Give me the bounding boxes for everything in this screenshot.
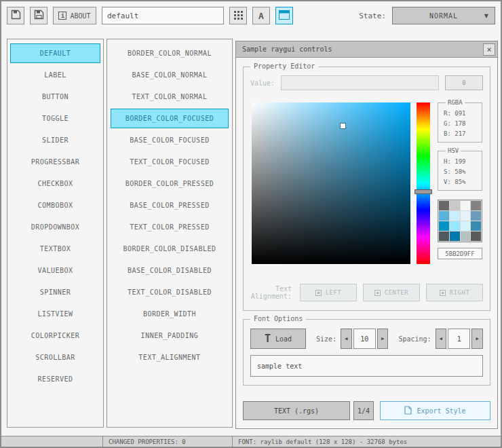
- align-right-button[interactable]: RIGHT: [426, 284, 483, 301]
- control-list-item[interactable]: DROPDOWNBOX: [10, 217, 100, 237]
- color-swatch[interactable]: [450, 221, 460, 231]
- rguistyler-window: i ABOUT A State: NORMAL ▼ DEFAULT LABE: [0, 0, 502, 448]
- control-list-item[interactable]: TEXTBOX: [10, 239, 100, 259]
- control-list-item[interactable]: TOGGLE: [10, 109, 100, 128]
- control-list-item[interactable]: CHECKBOX: [10, 174, 100, 193]
- align-left-icon: [315, 290, 322, 296]
- rgba-box: RGBA R: 091 G: 178 B: 217: [438, 102, 482, 143]
- property-list-item[interactable]: TEXT_COLOR_DISABLED: [111, 282, 229, 302]
- chevron-left-icon: ◀: [345, 336, 347, 341]
- property-list-item[interactable]: BASE_COLOR_PRESSED: [111, 195, 229, 215]
- state-dropdown-value: NORMAL: [429, 12, 458, 20]
- letter-a-icon: A: [258, 11, 264, 21]
- size-decrement-button[interactable]: ◀: [341, 329, 352, 349]
- property-list-item[interactable]: BASE_COLOR_DISABLED: [111, 261, 229, 280]
- property-list-item[interactable]: BASE_COLOR_FOCUSED: [111, 130, 229, 150]
- property-list-item[interactable]: BORDER_WIDTH: [111, 304, 229, 324]
- style-name-input[interactable]: [102, 7, 224, 24]
- property-list-item[interactable]: BORDER_COLOR_PRESSED: [111, 174, 229, 193]
- control-list-item[interactable]: PROGRESSBAR: [10, 152, 100, 172]
- about-button[interactable]: i ABOUT: [53, 7, 96, 24]
- value-input[interactable]: [281, 75, 439, 90]
- color-swatch[interactable]: [439, 211, 449, 221]
- spacing-increment-button[interactable]: ▶: [471, 329, 483, 349]
- color-swatch[interactable]: [461, 231, 471, 241]
- font-options-group: Font Options T Load Size: ◀ 10 ▶ Spacing…: [243, 319, 490, 386]
- property-list-item[interactable]: TEXT_COLOR_PRESSED: [111, 217, 229, 237]
- load-style-button[interactable]: [7, 7, 24, 24]
- property-list-item[interactable]: TEXT_ALIGNMENT: [111, 348, 229, 367]
- control-list-item[interactable]: RESERVED: [10, 369, 100, 389]
- grid-icon: [234, 10, 243, 22]
- font-atlas-button[interactable]: [229, 7, 247, 24]
- property-list-item[interactable]: BASE_COLOR_NORMAL: [111, 65, 229, 85]
- hue-bar[interactable]: [417, 102, 430, 264]
- color-swatch[interactable]: [471, 231, 481, 241]
- color-swatch[interactable]: [461, 211, 471, 221]
- control-list-item[interactable]: BUTTON: [10, 87, 100, 107]
- font-settings-button[interactable]: A: [252, 7, 270, 24]
- control-list-item[interactable]: VALUEBOX: [10, 261, 100, 280]
- spacing-decrement-button[interactable]: ◀: [436, 329, 447, 349]
- hue-slider-handle[interactable]: [414, 189, 432, 194]
- color-swatch[interactable]: [471, 221, 481, 231]
- control-list-item[interactable]: DEFAULT: [10, 43, 100, 63]
- property-editor-group: Property Editor Value: 0 RGBA: [243, 67, 490, 311]
- font-options-group-label: Font Options: [250, 315, 306, 322]
- spacing-value-box[interactable]: 1: [448, 329, 470, 349]
- size-label: Size:: [316, 335, 336, 343]
- property-list-item[interactable]: TEXT_COLOR_NORMAL: [111, 87, 229, 107]
- property-list-item[interactable]: BORDER_COLOR_NORMAL: [111, 43, 229, 63]
- chevron-down-icon: ▼: [484, 13, 489, 19]
- saturation-value-gradient[interactable]: [252, 102, 410, 264]
- property-list-item[interactable]: BORDER_COLOR_FOCUSED: [111, 109, 229, 128]
- align-left-button[interactable]: LEFT: [300, 284, 357, 301]
- property-list-item[interactable]: TEXT_COLOR_FOCUSED: [111, 152, 229, 172]
- save-style-button[interactable]: [30, 7, 47, 24]
- text-alignment-label: Text Alignment:: [250, 285, 294, 300]
- color-swatch[interactable]: [439, 201, 449, 210]
- close-button[interactable]: ×: [483, 43, 495, 56]
- property-list-item[interactable]: INNER_PADDING: [111, 326, 229, 346]
- color-swatch[interactable]: [450, 231, 460, 241]
- status-cell-empty: [1, 436, 103, 447]
- style-page-button[interactable]: 1/4: [353, 401, 374, 420]
- controls-view-button[interactable]: [275, 7, 293, 24]
- control-list-item[interactable]: SCROLLBAR: [10, 348, 100, 367]
- color-swatch[interactable]: [439, 231, 449, 241]
- control-list-item[interactable]: COMBOBOX: [10, 195, 100, 215]
- export-style-button[interactable]: Export Style: [380, 401, 490, 420]
- export-format-button[interactable]: TEXT (.rgs): [243, 401, 350, 420]
- control-list-item[interactable]: SPINNER: [10, 282, 100, 302]
- chevron-left-icon: ◀: [440, 336, 442, 341]
- state-dropdown[interactable]: NORMAL ▼: [392, 7, 495, 24]
- font-load-button[interactable]: T Load: [250, 329, 306, 349]
- color-swatch[interactable]: [461, 221, 471, 231]
- hsv-v-value: V: 85%: [444, 177, 480, 187]
- export-format-label: TEXT (.rgs): [274, 407, 319, 415]
- size-value-box[interactable]: 10: [353, 329, 376, 349]
- spacing-value: 1: [457, 335, 461, 343]
- align-center-button[interactable]: CENTER: [363, 284, 420, 301]
- color-swatch[interactable]: [471, 201, 481, 210]
- control-list-item[interactable]: LABEL: [10, 65, 100, 85]
- color-cursor[interactable]: [341, 124, 345, 128]
- color-swatch[interactable]: [461, 201, 471, 210]
- rgba-r-value: R: 091: [444, 109, 480, 119]
- color-swatch[interactable]: [471, 211, 481, 221]
- color-swatch[interactable]: [450, 201, 460, 210]
- control-list-item[interactable]: COLORPICKER: [10, 326, 100, 346]
- size-increment-button[interactable]: ▶: [377, 329, 389, 349]
- hsv-h-value: H: 199: [444, 157, 480, 167]
- hsv-label: HSV: [446, 147, 461, 154]
- control-list-item[interactable]: LISTVIEW: [10, 304, 100, 324]
- window-title: Sample raygui controls: [242, 45, 332, 53]
- hex-value-box[interactable]: 5BB2D9FF: [438, 248, 482, 259]
- sample-text-input[interactable]: [250, 355, 483, 377]
- color-swatch[interactable]: [450, 211, 460, 221]
- color-swatch[interactable]: [439, 221, 449, 231]
- control-list-item[interactable]: SLIDER: [10, 130, 100, 150]
- property-list-item[interactable]: BORDER_COLOR_DISABLED: [111, 239, 229, 259]
- export-file-icon: [404, 406, 412, 416]
- value-count-button[interactable]: 0: [445, 75, 483, 90]
